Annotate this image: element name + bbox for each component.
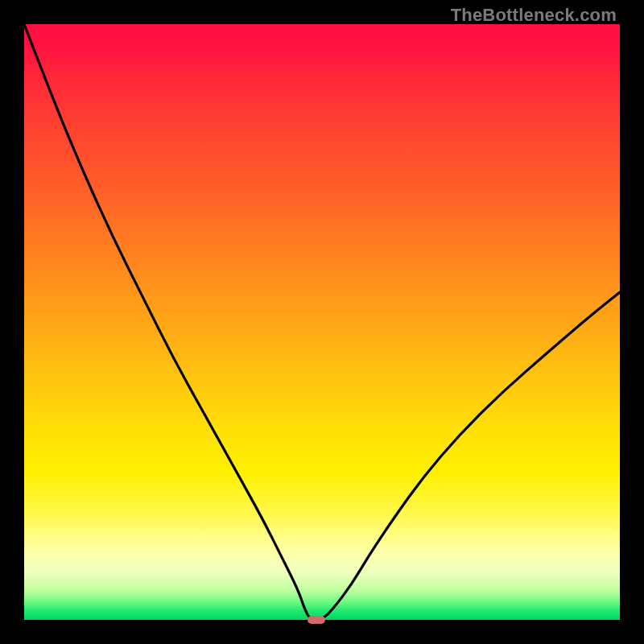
- curve-svg: [24, 24, 620, 620]
- chart-container: TheBottleneck.com: [0, 0, 644, 644]
- bottleneck-curve: [24, 24, 620, 620]
- plot-area: [24, 24, 620, 620]
- watermark-label: TheBottleneck.com: [451, 5, 617, 26]
- minimum-marker: [308, 616, 325, 624]
